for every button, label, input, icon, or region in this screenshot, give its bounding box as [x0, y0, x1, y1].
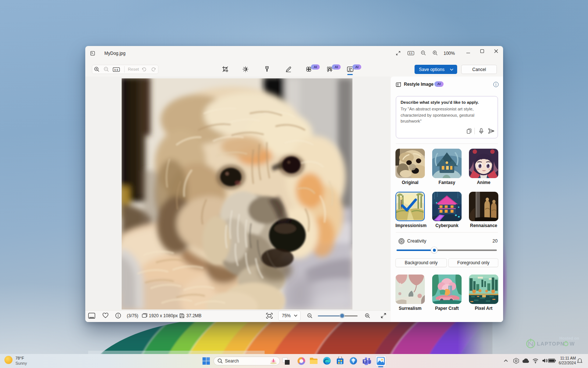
svg-text:LAPTOPN: LAPTOPN	[537, 341, 564, 347]
svg-text:1:1: 1:1	[114, 68, 118, 71]
svg-text:1:1: 1:1	[409, 52, 412, 54]
svg-text:W: W	[570, 341, 575, 347]
